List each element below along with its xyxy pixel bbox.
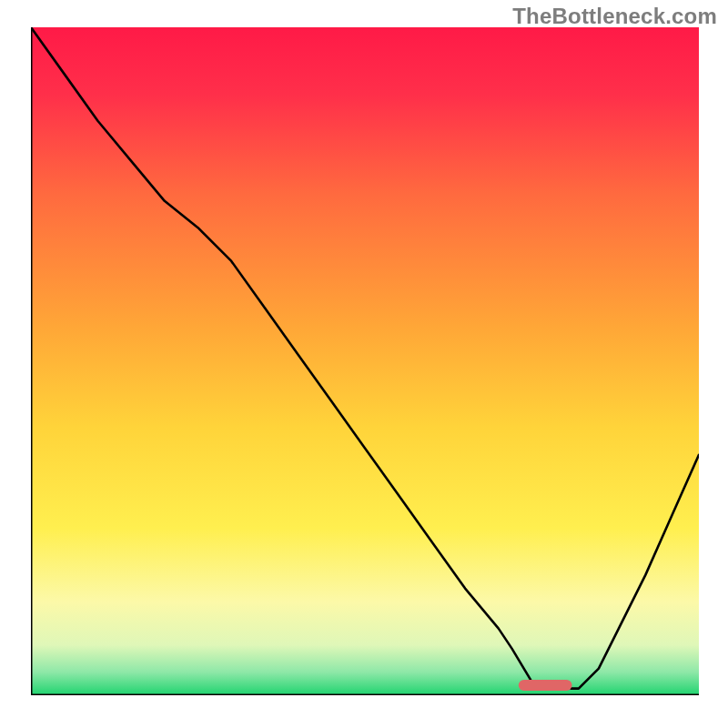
- chart-svg: [31, 27, 699, 695]
- plot-area: [31, 27, 699, 695]
- chart-container: TheBottleneck.com: [0, 0, 728, 728]
- watermark-text: TheBottleneck.com: [512, 4, 717, 29]
- optimal-marker: [519, 680, 572, 691]
- gradient-background: [31, 27, 699, 695]
